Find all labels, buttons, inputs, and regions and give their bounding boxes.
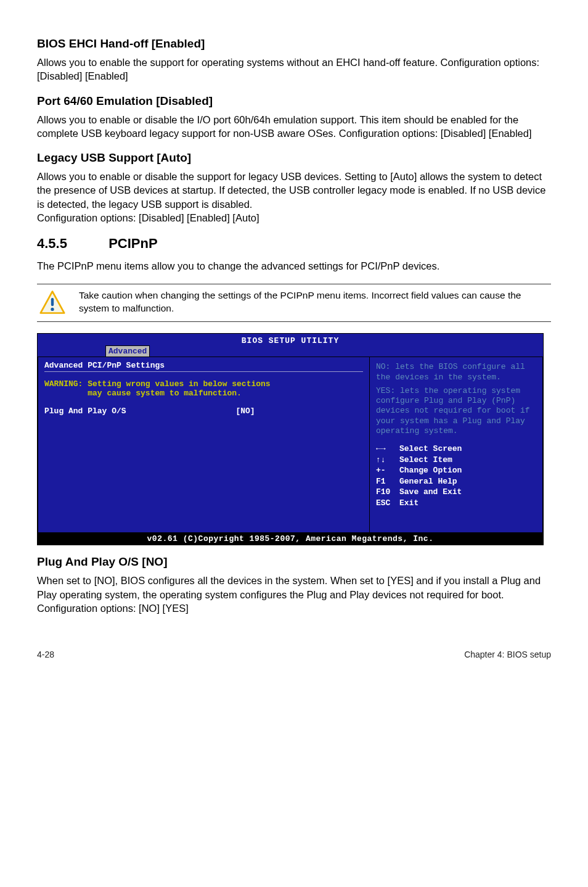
bios-right-pane: NO: lets the BIOS configure all the devi…: [369, 357, 543, 533]
bios-key-arrows-lr: ←→: [376, 444, 399, 455]
svg-point-2: [51, 308, 54, 311]
heading-ehci: BIOS EHCI Hand-off [Enabled]: [37, 37, 551, 51]
chapter-label: Chapter 4: BIOS setup: [464, 650, 551, 659]
bios-help-yes: YES: lets the operating system configure…: [376, 386, 536, 436]
chapter-intro: The PCIPnP menu items allow you to chang…: [37, 259, 551, 273]
chapter-number: 4.5.5: [37, 236, 105, 252]
bios-footer: v02.61 (C)Copyright 1985-2007, American …: [38, 533, 543, 545]
bios-warning-line2: may cause system to malfunction.: [44, 389, 363, 398]
heading-legacy-usb: Legacy USB Support [Auto]: [37, 151, 551, 165]
bios-option-label: Plug And Play O/S: [44, 406, 126, 416]
caution-note: Take caution when changing the settings …: [37, 284, 551, 322]
paragraph-port6460: Allows you to enable or disable the I/O …: [37, 113, 551, 141]
svg-rect-1: [51, 298, 54, 306]
page-number: 4-28: [37, 650, 54, 659]
bios-key-select-item: Select Item: [399, 455, 452, 464]
bios-screenshot: BIOS SETUP UTILITY Advanced Advanced PCI…: [37, 333, 544, 545]
bios-left-pane: Advanced PCI/PnP Settings WARNING: Setti…: [38, 357, 369, 533]
bios-key-esc: ESC: [376, 498, 399, 509]
chapter-title: PCIPnP: [108, 236, 157, 251]
bios-key-f10: F10: [376, 487, 399, 498]
bios-tab-advanced: Advanced: [105, 345, 150, 357]
chapter-heading: 4.5.5 PCIPnP: [37, 236, 551, 252]
bios-key-f1: F1: [376, 476, 399, 487]
paragraph-ehci: Allows you to enable the support for ope…: [37, 56, 551, 83]
bios-key-change-option: Change Option: [399, 466, 462, 475]
bios-option-plug-and-play: Plug And Play O/S [NO]: [44, 406, 363, 416]
page-footer: 4-28 Chapter 4: BIOS setup: [37, 650, 551, 659]
bios-warning-line1: WARNING: Setting wrong values in below s…: [44, 379, 363, 389]
bios-key-general-help: General Help: [399, 477, 457, 486]
heading-plug-and-play: Plug And Play O/S [NO]: [37, 555, 551, 569]
bios-option-value: [NO]: [235, 406, 255, 416]
bios-key-arrows-ud: ↑↓: [376, 455, 399, 466]
bios-key-save-exit: Save and Exit: [399, 487, 462, 497]
bios-help-no: NO: lets the BIOS configure all the devi…: [376, 362, 536, 382]
paragraph-legacy-usb-1: Allows you to enable or disable the supp…: [37, 170, 551, 211]
bios-section-title: Advanced PCI/PnP Settings: [44, 361, 363, 372]
bios-tab-row: Advanced: [38, 345, 543, 357]
bios-title: BIOS SETUP UTILITY: [38, 334, 543, 345]
bios-nav-keys: ←→Select Screen ↑↓Select Item +-Change O…: [376, 444, 536, 508]
heading-port6460: Port 64/60 Emulation [Disabled]: [37, 94, 551, 108]
bios-key-plusminus: +-: [376, 465, 399, 476]
bios-key-exit: Exit: [399, 498, 419, 508]
paragraph-plug-2: Configuration options: [NO] [YES]: [37, 601, 551, 615]
caution-text: Take caution when changing the settings …: [79, 289, 551, 315]
paragraph-plug-1: When set to [NO], BIOS configures all th…: [37, 574, 551, 601]
bios-key-select-screen: Select Screen: [399, 444, 462, 453]
paragraph-legacy-usb-2: Configuration options: [Disabled] [Enabl…: [37, 211, 551, 225]
caution-icon: [39, 289, 65, 315]
